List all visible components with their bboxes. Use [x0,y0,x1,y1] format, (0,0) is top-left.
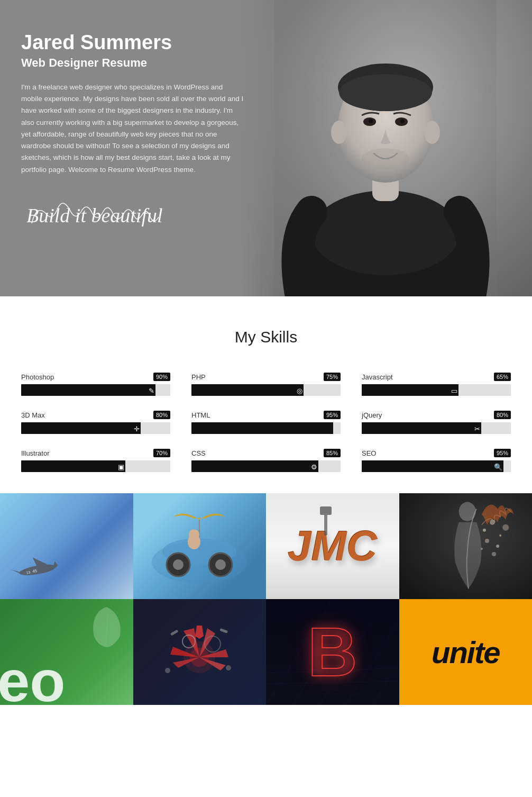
skill-icon: ✛ [134,425,140,433]
svg-point-12 [362,148,409,169]
skill-header: Illustrator 70% [21,449,170,457]
skill-bar-fill: ✛ [21,422,141,434]
hero-bio: I'm a freelance web designer who special… [21,81,245,176]
eo-text: eo [0,652,65,705]
portfolio-item[interactable]: eo [0,599,133,705]
portfolio-item[interactable]: unite [399,599,533,705]
skill-name: HTML [191,411,210,419]
svg-point-35 [499,535,501,537]
skill-name: Javascript [362,373,393,381]
skill-bar-fill: ▣ [21,460,125,472]
svg-point-10 [369,119,373,123]
svg-point-28 [215,559,226,570]
svg-rect-45 [170,630,178,636]
skill-item: CSS 85% ⚙ [191,449,341,472]
skill-header: SEO 95% [362,449,511,457]
svg-rect-31 [324,512,327,536]
svg-point-41 [458,502,475,521]
svg-line-58 [266,668,399,673]
skills-title: My Skills [21,328,511,346]
skill-bar-bg: 🔍 [362,460,511,472]
skill-icon: ⚙ [311,463,317,471]
svg-point-47 [165,668,170,673]
skill-item: jQuery 80% ✂ [362,411,511,434]
svg-line-53 [346,599,399,705]
skill-pct: 65% [494,373,511,381]
skill-bar-bg: ⚙ [191,460,341,472]
skill-name: 3D Max [21,411,45,419]
skill-pct: 85% [324,449,341,457]
skill-bar-fill [191,422,333,434]
skill-item: 3D Max 80% ✛ [21,411,170,434]
skill-bar-bg [191,422,341,434]
svg-line-52 [319,599,386,705]
hero-section: Jared Summers Web Designer Resume I'm a … [0,0,532,296]
portfolio-item[interactable]: 45 13 [0,493,133,599]
skill-item: Photoshop 90% ✎ [21,373,170,396]
skill-name: jQuery [362,411,382,419]
skill-item: Illustrator 70% ▣ [21,449,170,472]
skill-bar-fill: ◎ [191,384,304,396]
svg-point-3 [311,191,460,275]
skill-bar-fill: 🔍 [362,460,503,472]
skill-bar-bg: ▭ [362,384,511,396]
skill-bar-bg: ✂ [362,422,511,434]
skill-item: PHP 75% ◎ [191,373,341,396]
skill-bar-fill: ✎ [21,384,155,396]
svg-point-27 [173,559,184,570]
skill-bar-fill: ✂ [362,422,481,434]
skill-bar-bg: ◎ [191,384,341,396]
skill-header: Javascript 65% [362,373,511,381]
hero-subtitle: Web Designer Resume [21,56,245,70]
skill-name: Illustrator [21,449,49,457]
skill-bar-bg: ▣ [21,460,170,472]
portfolio-section: 45 13 [0,493,532,705]
svg-point-40 [492,552,496,556]
skill-bar-fill: ⚙ [191,460,318,472]
skill-icon: ✎ [149,387,154,395]
portfolio-grid: 45 13 [0,493,532,705]
svg-rect-46 [220,628,228,633]
svg-point-33 [482,529,485,532]
svg-line-51 [292,599,359,705]
svg-point-48 [226,665,231,671]
skill-item: HTML 95% [191,411,341,434]
hero-name: Jared Summers [21,32,245,54]
svg-point-30 [189,529,199,540]
portfolio-item[interactable]: JMC [266,493,399,599]
portfolio-item[interactable] [133,493,267,599]
skill-name: PHP [191,373,206,381]
hero-content: Jared Summers Web Designer Resume I'm a … [0,0,266,296]
skill-name: Photoshop [21,373,54,381]
svg-point-14 [424,121,440,144]
svg-line-57 [266,681,399,684]
skill-header: CSS 85% [191,449,341,457]
svg-point-11 [400,119,405,123]
svg-text:13: 13 [26,570,31,574]
portfolio-item[interactable] [399,493,533,599]
skill-icon: ▭ [451,387,457,395]
skill-item: SEO 95% 🔍 [362,449,511,472]
skill-header: HTML 95% [191,411,341,419]
hero-signature: Build it beautiful [21,192,245,240]
skill-pct: 80% [494,411,511,419]
skill-icon: 🔍 [494,463,502,471]
skill-bar-fill: ▭ [362,384,458,396]
skill-pct: 70% [153,449,170,457]
portfolio-item[interactable]: B [266,599,399,705]
svg-line-50 [266,599,333,705]
svg-point-49 [184,641,215,673]
skill-name: CSS [191,449,206,457]
skill-pct: 90% [153,373,170,381]
portfolio-item[interactable] [133,599,267,705]
skill-pct: 95% [494,449,511,457]
skill-bar-bg: ✛ [21,422,170,434]
skill-icon: ✂ [474,425,480,433]
svg-text:Build it beautiful: Build it beautiful [26,204,163,227]
skill-item: Javascript 65% ▭ [362,373,511,396]
skill-header: PHP 75% [191,373,341,381]
skills-section: My Skills Photoshop 90% ✎ PHP 75% ◎ Java… [0,296,532,493]
skill-icon: ◎ [297,387,302,395]
skill-pct: 80% [153,411,170,419]
svg-point-37 [496,545,499,548]
